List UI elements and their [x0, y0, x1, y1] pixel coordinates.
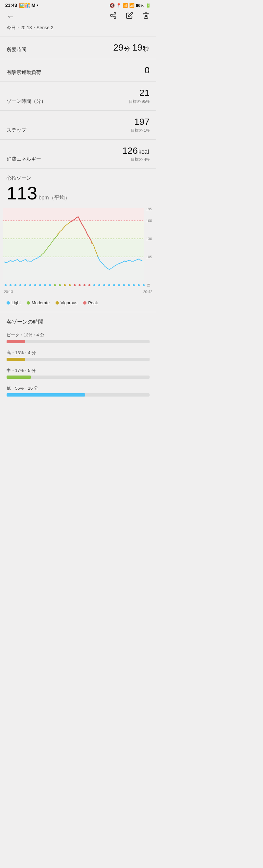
duration-label: 所要時間 [7, 46, 26, 53]
svg-point-32 [79, 284, 81, 286]
mute-icon: 🔇 [110, 3, 115, 8]
zone-breakdown-section: 各ゾーンの時間 ピーク・13%・4 分 高・13%・4 分 中・17%・5 分 … [0, 312, 156, 406]
duration-minutes-unit: 分 [124, 45, 130, 52]
chart-legend: Light Moderate Vigorous Peak [0, 296, 156, 312]
svg-point-21 [24, 284, 26, 286]
dot-timeline-svg: 25 [4, 283, 150, 289]
svg-point-17 [5, 284, 7, 286]
aerobic-load-number: 0 [144, 65, 150, 75]
svg-line-3 [112, 16, 114, 17]
legend-label-vigorous: Vigorous [60, 300, 77, 305]
calories-value: 126kcal 目標の 4% [122, 146, 150, 162]
svg-text:130: 130 [146, 237, 152, 241]
share-button[interactable] [110, 12, 117, 21]
svg-point-24 [39, 284, 41, 286]
legend-dot-vigorous [56, 301, 59, 305]
bpm-label: bpm（平均） [38, 194, 70, 202]
svg-text:160: 160 [146, 219, 152, 223]
svg-point-34 [88, 284, 90, 286]
status-left: 21:43 🖼️🎊 M • [5, 3, 38, 8]
svg-point-42 [128, 284, 130, 286]
zone-time-row: ゾーン時間（分） 21 目標の 95% [0, 82, 156, 111]
legend-moderate: Moderate [27, 300, 50, 305]
status-icons: 🖼️🎊 M • [19, 3, 38, 8]
svg-point-28 [59, 284, 61, 286]
heart-rate-chart: 195 160 130 105 [0, 208, 156, 281]
svg-point-40 [118, 284, 120, 286]
legend-dot-peak [83, 301, 86, 305]
svg-point-44 [138, 284, 140, 286]
location-icon: 📍 [116, 3, 121, 8]
svg-rect-7 [3, 239, 144, 257]
back-button[interactable]: ← [7, 12, 14, 21]
aerobic-load-value: 0 [144, 65, 150, 75]
signal-icon: 📶 [129, 3, 135, 8]
svg-rect-6 [3, 221, 144, 239]
steps-value: 197 目標の 1% [131, 117, 150, 133]
heart-rate-title: 心拍ゾーン [7, 175, 150, 181]
legend-vigorous: Vigorous [56, 300, 77, 305]
zone-bar-bg-light [7, 393, 150, 397]
status-bar: 21:43 🖼️🎊 M • 🔇 📍 📶 📶 66% 🔋 [0, 0, 156, 9]
svg-line-4 [112, 14, 114, 15]
edit-button[interactable] [126, 12, 133, 21]
heart-rate-avg: 113 bpm（平均） [7, 184, 150, 203]
zone-breakdown-title: 各ゾーンの時間 [7, 319, 150, 326]
zone-item-vigorous: 高・13%・4 分 [7, 350, 150, 361]
svg-point-2 [114, 17, 116, 19]
zone-bar-bg-moderate [7, 375, 150, 379]
svg-point-19 [14, 284, 17, 286]
aerobic-load-label: 有酸素運動負荷 [7, 69, 41, 75]
svg-point-45 [143, 284, 145, 286]
zone-item-light: 低・55%・16 分 [7, 385, 150, 397]
aerobic-load-row: 有酸素運動負荷 0 [0, 59, 156, 82]
legend-peak: Peak [83, 300, 98, 305]
zone-bar-fill-peak [7, 340, 25, 343]
calories-label: 消費エネルギー [7, 156, 41, 162]
delete-button[interactable] [142, 12, 150, 21]
calories-unit: kcal [138, 149, 149, 155]
legend-dot-light [7, 301, 10, 305]
bottom-spacer [0, 406, 156, 538]
svg-point-18 [9, 284, 11, 286]
chart-svg: 195 160 130 105 [3, 208, 153, 280]
svg-point-43 [133, 284, 135, 286]
zone-time-goal: 目標の 95% [129, 99, 150, 104]
zone-time-label: ゾーン時間（分） [7, 98, 46, 104]
legend-label-light: Light [11, 300, 21, 305]
duration-seconds-unit: 秒 [143, 45, 149, 52]
svg-point-26 [49, 284, 51, 286]
svg-point-39 [113, 284, 115, 286]
workout-subtitle: 今日・20:13・Sense 2 [0, 24, 156, 36]
steps-number: 197 [134, 117, 150, 127]
bpm-number: 113 [7, 184, 37, 203]
svg-point-29 [64, 284, 66, 286]
steps-row: ステップ 197 目標の 1% [0, 111, 156, 139]
legend-dot-moderate [27, 301, 30, 305]
wifi-icon: 📶 [123, 3, 128, 8]
legend-label-peak: Peak [88, 300, 98, 305]
dot-timeline: 25 [0, 281, 156, 289]
svg-text:195: 195 [146, 208, 152, 211]
zone-label-light: 低・55%・16 分 [7, 385, 150, 391]
zone-bar-bg-vigorous [7, 358, 150, 361]
svg-point-27 [54, 284, 56, 286]
zone-bar-fill-moderate [7, 375, 31, 379]
heart-rate-section: 心拍ゾーン 113 bpm（平均） [0, 168, 156, 203]
svg-point-33 [84, 284, 86, 286]
zone-item-peak: ピーク・13%・4 分 [7, 332, 150, 343]
calories-goal: 目標の 4% [122, 157, 150, 162]
svg-point-0 [114, 12, 116, 14]
status-right: 🔇 📍 📶 📶 66% 🔋 [110, 3, 151, 8]
toolbar: ← [0, 9, 156, 24]
svg-point-37 [103, 284, 105, 286]
time-end: 20:42 [143, 290, 152, 294]
toolbar-actions [110, 12, 150, 21]
svg-text:25: 25 [147, 283, 150, 287]
zone-bar-bg-peak [7, 340, 150, 343]
svg-text:105: 105 [146, 255, 152, 259]
svg-point-23 [34, 284, 36, 286]
duration-minutes: 29 [113, 42, 123, 53]
duration-seconds: 19 [132, 42, 142, 53]
svg-point-35 [93, 284, 95, 286]
